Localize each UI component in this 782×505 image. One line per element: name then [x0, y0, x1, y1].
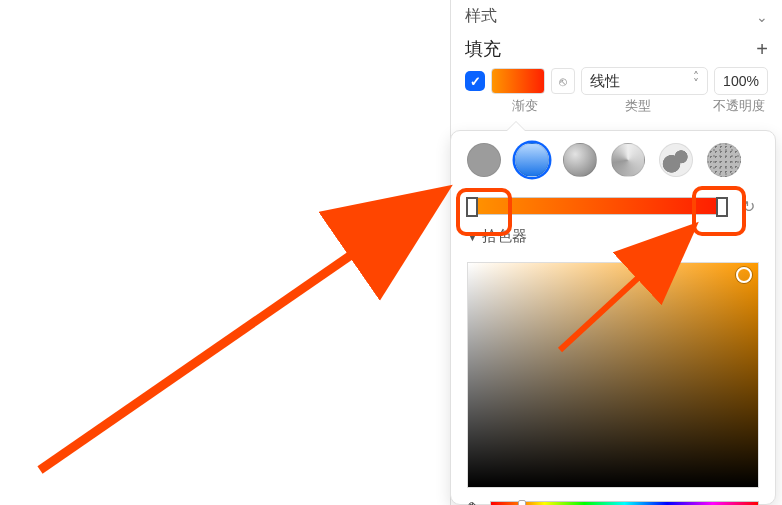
type-select-value: 线性	[590, 72, 620, 91]
saturation-brightness-canvas[interactable]	[467, 262, 759, 488]
hue-thumb[interactable]	[518, 500, 526, 505]
flip-gradient-button[interactable]: ↻	[737, 195, 759, 217]
fill-type-angular[interactable]	[611, 143, 645, 177]
style-section-label: 样式	[465, 6, 497, 27]
hue-slider[interactable]	[490, 501, 759, 505]
picker-section-header[interactable]: ▼ 拾色器	[451, 223, 775, 254]
fill-type-radial[interactable]	[563, 143, 597, 177]
check-icon: ✓	[470, 74, 481, 89]
fill-section-title: 填充	[465, 37, 501, 61]
fill-type-image[interactable]	[659, 143, 693, 177]
gradient-sublabel: 渐变	[485, 97, 565, 115]
disclosure-triangle-icon: ▼	[467, 231, 478, 243]
chevron-down-icon: ⌄	[756, 9, 768, 25]
popover-arrow	[507, 122, 525, 131]
opacity-sublabel: 不透明度	[710, 97, 768, 115]
fill-type-linear[interactable]	[515, 143, 549, 177]
fill-controls-row: ✓ ⎋ 线性 ˄˅ 100%	[451, 67, 782, 95]
fill-type-noise[interactable]	[707, 143, 741, 177]
type-sublabel: 类型	[571, 97, 704, 115]
fill-type-tabs	[451, 131, 775, 185]
gradient-editor-row: ↻	[451, 185, 775, 223]
opacity-value: 100%	[723, 73, 759, 89]
fill-type-flat[interactable]	[467, 143, 501, 177]
gradient-stop-right[interactable]	[716, 197, 728, 217]
color-cursor[interactable]	[736, 267, 752, 283]
eyedropper-icon[interactable]: ✎	[467, 498, 482, 505]
fill-enabled-checkbox[interactable]: ✓	[465, 71, 485, 91]
link-color-icon[interactable]: ⎋	[551, 68, 575, 94]
stepper-icon: ˄˅	[693, 74, 699, 88]
picker-label: 拾色器	[482, 227, 527, 246]
gradient-stop-left[interactable]	[466, 197, 478, 217]
gradient-bar[interactable]	[467, 197, 727, 215]
opacity-field[interactable]: 100%	[714, 67, 768, 95]
canvas-area[interactable]	[0, 0, 450, 505]
fill-color-swatch[interactable]	[491, 68, 545, 94]
hue-row: ✎	[451, 488, 775, 505]
color-picker-popover: ↻ ▼ 拾色器 ✎	[450, 130, 776, 505]
add-fill-button[interactable]: +	[756, 38, 768, 61]
fill-section-header: 填充 +	[451, 33, 782, 67]
gradient-type-select[interactable]: 线性 ˄˅	[581, 67, 708, 95]
fill-sublabels: 渐变 类型 不透明度	[451, 95, 782, 115]
style-section-header[interactable]: 样式 ⌄	[451, 0, 782, 33]
